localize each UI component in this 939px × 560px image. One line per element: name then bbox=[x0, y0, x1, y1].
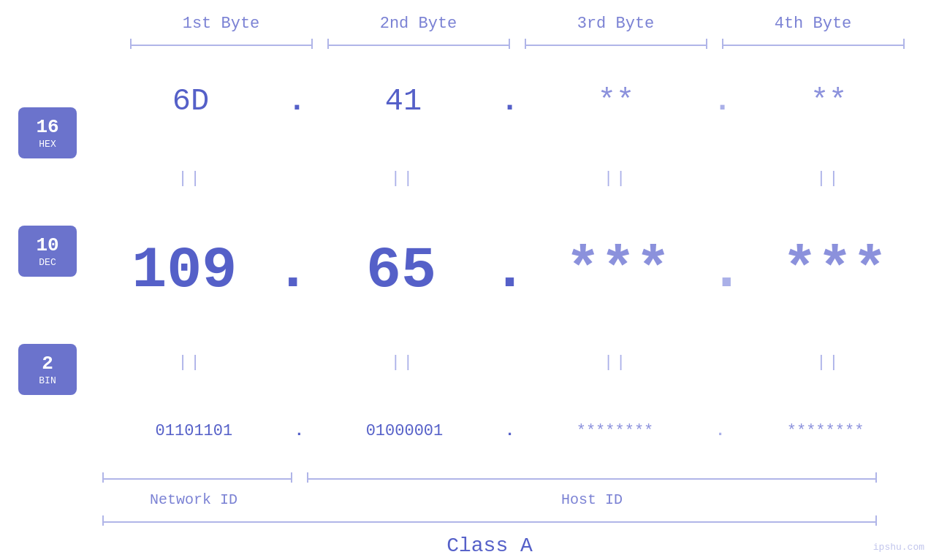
byte3-header: 3rd Byte bbox=[517, 15, 715, 39]
class-bracket bbox=[102, 515, 877, 530]
eq1-3: || bbox=[521, 169, 712, 188]
bin-byte4: ******** bbox=[787, 422, 864, 440]
dec-byte3: *** bbox=[566, 237, 671, 304]
bin-byte2: 01000001 bbox=[366, 422, 444, 440]
dec-byte3-cell: *** bbox=[529, 237, 708, 304]
dec-byte2: 65 bbox=[366, 237, 436, 304]
eq1-1: || bbox=[95, 169, 286, 188]
bracket-byte2 bbox=[327, 39, 510, 52]
top-bracket-row bbox=[123, 39, 912, 52]
bin-base-number: 2 bbox=[42, 353, 53, 375]
hex-byte2-cell: 41 bbox=[308, 84, 499, 119]
sep-hex-3: . bbox=[712, 84, 733, 119]
host-id-label: Host ID bbox=[300, 491, 884, 508]
hex-byte3-cell: ** bbox=[520, 84, 712, 119]
sep-dec-1: . bbox=[274, 237, 312, 304]
class-bracket-row bbox=[95, 515, 884, 530]
sep-hex-1: . bbox=[286, 84, 308, 119]
class-label: Class A bbox=[446, 534, 533, 557]
id-labels-row: Network ID Host ID bbox=[95, 491, 884, 508]
bin-byte2-cell: 01000001 bbox=[305, 422, 503, 440]
hex-badge: 16 HEX bbox=[18, 107, 77, 158]
eq2-4: || bbox=[734, 353, 924, 372]
eq2-2: || bbox=[308, 353, 498, 372]
bin-row: 01101101 . 01000001 . ******** . *******… bbox=[95, 422, 924, 440]
bracket-byte4 bbox=[722, 39, 905, 52]
hex-byte4-cell: ** bbox=[733, 84, 924, 119]
hex-byte1: 6D bbox=[172, 84, 209, 119]
grid-area: 6D . 41 . ** . ** || || bbox=[95, 52, 939, 472]
equals-row-2: || || || || bbox=[95, 353, 924, 372]
eq1-4: || bbox=[734, 169, 924, 188]
byte1-header: 1st Byte bbox=[123, 15, 320, 39]
eq1-2: || bbox=[308, 169, 498, 188]
dec-byte1-cell: 109 bbox=[95, 237, 274, 304]
bin-byte1-cell: 01101101 bbox=[95, 422, 293, 440]
dec-base-label: DEC bbox=[39, 257, 56, 268]
id-bracket-row bbox=[95, 472, 884, 487]
bin-base-label: BIN bbox=[39, 375, 56, 386]
bottom-section: Network ID Host ID Class A bbox=[0, 472, 939, 560]
sep-bin-3: . bbox=[714, 422, 726, 440]
bracket-byte3 bbox=[525, 39, 707, 52]
bin-byte4-cell: ******** bbox=[726, 422, 924, 440]
dec-byte4-cell: *** bbox=[745, 237, 924, 304]
bin-byte1: 01101101 bbox=[156, 422, 233, 440]
dec-badge: 10 DEC bbox=[18, 226, 77, 277]
sep-bin-2: . bbox=[503, 422, 516, 440]
dec-byte4: *** bbox=[783, 237, 888, 304]
bracket-byte1 bbox=[130, 39, 313, 52]
sep-hex-2: . bbox=[499, 84, 520, 119]
byte-headers: 1st Byte 2nd Byte 3rd Byte 4th Byte bbox=[123, 15, 912, 39]
class-label-row: Class A bbox=[95, 534, 884, 557]
hex-byte2: 41 bbox=[385, 84, 422, 119]
sep-bin-1: . bbox=[293, 422, 305, 440]
hex-byte1-cell: 6D bbox=[95, 84, 286, 119]
hex-byte4: ** bbox=[810, 84, 847, 119]
byte2-header: 2nd Byte bbox=[320, 15, 517, 39]
eq2-1: || bbox=[95, 353, 286, 372]
hex-base-number: 16 bbox=[36, 116, 58, 139]
main-container: 1st Byte 2nd Byte 3rd Byte 4th Byte 16 H… bbox=[0, 0, 939, 560]
hex-byte3: ** bbox=[598, 84, 634, 119]
sep-dec-3: . bbox=[707, 237, 745, 304]
dec-row: 109 . 65 . *** . *** bbox=[95, 237, 924, 304]
network-bracket bbox=[102, 472, 292, 487]
bin-byte3-cell: ******** bbox=[516, 422, 714, 440]
left-badges: 16 HEX 10 DEC 2 BIN bbox=[0, 52, 95, 472]
hex-row: 6D . 41 . ** . ** bbox=[95, 84, 924, 119]
byte4-header: 4th Byte bbox=[715, 15, 912, 39]
watermark: ipshu.com bbox=[873, 542, 924, 553]
content-area: 16 HEX 10 DEC 2 BIN 6D . 41 bbox=[0, 52, 939, 472]
bin-badge: 2 BIN bbox=[18, 344, 77, 395]
equals-row-1: || || || || bbox=[95, 169, 924, 188]
host-bracket bbox=[307, 472, 877, 487]
dec-byte2-cell: 65 bbox=[312, 237, 491, 304]
bin-byte3: ******** bbox=[577, 422, 654, 440]
dec-base-number: 10 bbox=[36, 234, 58, 257]
eq2-3: || bbox=[521, 353, 712, 372]
hex-base-label: HEX bbox=[39, 139, 56, 150]
network-id-label: Network ID bbox=[95, 491, 285, 508]
sep-dec-2: . bbox=[490, 237, 528, 304]
dec-byte1: 109 bbox=[132, 237, 237, 304]
